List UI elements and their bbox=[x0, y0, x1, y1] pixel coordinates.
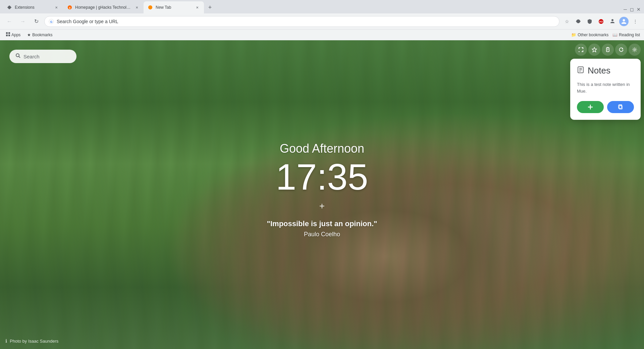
svg-rect-7 bbox=[6, 32, 8, 34]
other-bookmarks-label: Other bookmarks bbox=[578, 33, 608, 37]
toolbar-right: ☆ AD ⋮ bbox=[562, 17, 640, 26]
svg-rect-8 bbox=[8, 32, 10, 34]
svg-text:g: g bbox=[69, 6, 70, 9]
svg-point-11 bbox=[16, 54, 19, 57]
tab-newtab-close[interactable]: ✕ bbox=[195, 5, 200, 10]
restore-button[interactable]: ◻ bbox=[629, 7, 635, 12]
settings-icon[interactable] bbox=[629, 44, 641, 56]
profile-avatar[interactable] bbox=[619, 17, 629, 26]
notes-copy-button[interactable] bbox=[607, 101, 634, 113]
tab-newtab-title: New Tab bbox=[156, 5, 192, 10]
greeting-text: Good Afternoon bbox=[267, 142, 377, 156]
quote-author: Paulo Coelho bbox=[267, 231, 377, 238]
notes-content: This is a test note written in Mue. bbox=[577, 81, 634, 94]
bookmark-star-icon[interactable]: ☆ bbox=[562, 17, 572, 26]
extensions-puzzle-icon[interactable] bbox=[574, 17, 583, 26]
notes-actions bbox=[577, 101, 634, 113]
tab-bar: Extensions ✕ g Homepage | gHacks Technol… bbox=[0, 0, 644, 13]
photo-credit: Photo by Isaac Saunders bbox=[10, 339, 58, 344]
user-icon[interactable] bbox=[608, 17, 617, 26]
svg-marker-13 bbox=[592, 47, 597, 52]
svg-rect-10 bbox=[8, 35, 10, 36]
toolbar: ← → ↻ G Search Google or type a URL ☆ AD bbox=[0, 13, 644, 30]
reload-button[interactable]: ↻ bbox=[31, 16, 42, 27]
info-icon[interactable]: ℹ bbox=[5, 338, 7, 344]
clock-display: 17:35 bbox=[267, 158, 377, 195]
svg-rect-9 bbox=[6, 35, 8, 36]
tab-ghacks-title: Homepage | gHacks Technology ... bbox=[75, 5, 131, 10]
search-bar-text: Search bbox=[23, 54, 40, 59]
shield-icon[interactable] bbox=[585, 17, 594, 26]
forward-button[interactable]: → bbox=[17, 16, 28, 27]
notes-title: Notes bbox=[588, 65, 610, 76]
tab-ghacks-close[interactable]: ✕ bbox=[134, 5, 140, 10]
bookmarks-bar: Apps ★ Bookmarks 📁 Other bookmarks 📖 Rea… bbox=[0, 30, 644, 40]
notes-header: Notes bbox=[577, 65, 634, 76]
svg-rect-15 bbox=[607, 47, 609, 48]
other-bookmarks-item[interactable]: 📁 Other bookmarks bbox=[571, 33, 608, 37]
content-area: Search No bbox=[0, 40, 644, 349]
tab-ghacks-favicon: g bbox=[67, 5, 72, 10]
adblock-icon[interactable]: AD bbox=[596, 17, 606, 26]
tab-bar-right: ─ ◻ ✕ bbox=[215, 7, 641, 13]
svg-point-16 bbox=[634, 49, 636, 51]
google-icon: G bbox=[49, 19, 54, 24]
notes-add-button[interactable] bbox=[577, 101, 604, 113]
tab-extensions[interactable]: Extensions ✕ bbox=[3, 1, 63, 13]
photo-attribution: ℹ Photo by Isaac Saunders bbox=[5, 338, 58, 344]
tab-ghacks[interactable]: g Homepage | gHacks Technology ... ✕ bbox=[63, 1, 144, 13]
add-event-button[interactable]: + bbox=[319, 201, 325, 211]
quote-text: "Impossible is just an opinion." bbox=[267, 219, 377, 228]
reading-list-icon: 📖 bbox=[612, 33, 618, 37]
search-bar-icon bbox=[15, 53, 21, 60]
bookmark-apps[interactable]: Apps bbox=[4, 32, 22, 38]
svg-line-12 bbox=[19, 56, 20, 58]
back-button[interactable]: ← bbox=[4, 16, 15, 27]
tab-extensions-close[interactable]: ✕ bbox=[54, 5, 59, 10]
apps-grid-icon bbox=[6, 32, 10, 37]
bookmark-apps-label: Apps bbox=[11, 33, 20, 37]
search-bar[interactable]: Search bbox=[9, 50, 76, 63]
bookmark-bookmarks[interactable]: ★ Bookmarks bbox=[25, 32, 54, 38]
bookmark-bookmarks-label: Bookmarks bbox=[32, 33, 52, 37]
notes-header-icon bbox=[577, 66, 584, 76]
close-button[interactable]: ✕ bbox=[636, 7, 641, 12]
star-bookmark-icon: ★ bbox=[27, 33, 31, 37]
tab-newtab-favicon bbox=[148, 5, 153, 10]
fullscreen-icon[interactable] bbox=[575, 44, 587, 56]
tab-extensions-favicon bbox=[7, 5, 12, 10]
refresh-icon[interactable] bbox=[615, 44, 627, 56]
top-right-icons bbox=[575, 44, 641, 56]
notes-widget: Notes This is a test note written in Mue… bbox=[570, 59, 641, 120]
tab-extensions-title: Extensions bbox=[15, 5, 51, 10]
folder-icon: 📁 bbox=[571, 33, 576, 37]
tab-new-tab[interactable]: New Tab ✕ bbox=[144, 1, 204, 13]
reading-list-item[interactable]: 📖 Reading list bbox=[612, 33, 640, 37]
svg-text:AD: AD bbox=[599, 20, 603, 23]
address-bar[interactable]: G Search Google or type a URL bbox=[44, 16, 559, 27]
reading-list-label: Reading list bbox=[619, 33, 640, 37]
svg-text:G: G bbox=[50, 20, 52, 23]
bookmarks-right: 📁 Other bookmarks 📖 Reading list bbox=[571, 33, 640, 37]
new-tab-button[interactable]: + bbox=[205, 3, 215, 12]
center-content: Good Afternoon 17:35 + "Impossible is ju… bbox=[267, 142, 377, 238]
clipboard-icon[interactable] bbox=[602, 44, 614, 56]
star-icon[interactable] bbox=[588, 44, 600, 56]
browser-frame: Extensions ✕ g Homepage | gHacks Technol… bbox=[0, 0, 644, 349]
minimize-button[interactable]: ─ bbox=[623, 7, 628, 12]
menu-button[interactable]: ⋮ bbox=[631, 17, 640, 26]
svg-point-2 bbox=[148, 5, 152, 9]
address-text: Search Google or type a URL bbox=[57, 19, 555, 24]
